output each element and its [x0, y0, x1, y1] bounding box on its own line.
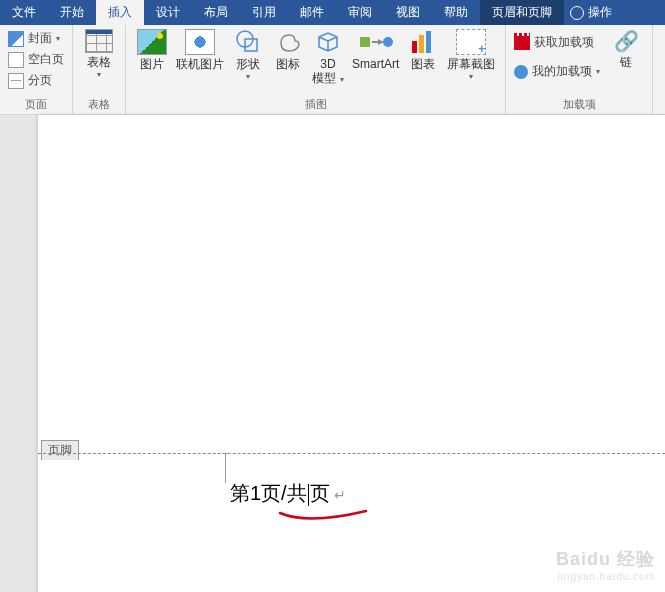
tab-design[interactable]: 设计	[144, 0, 192, 25]
shapes-icon	[235, 29, 261, 55]
watermark-main: Baidu 经验	[556, 549, 655, 569]
picture-button[interactable]: 图片	[132, 27, 172, 97]
dropdown-icon: ▾	[97, 70, 101, 79]
page-break-button[interactable]: 分页	[6, 71, 66, 90]
blank-page-label: 空白页	[28, 51, 64, 68]
screenshot-button[interactable]: 屏幕截图▾	[443, 27, 499, 97]
picture-label: 图片	[140, 57, 164, 71]
get-addins-button[interactable]: 获取加载项	[512, 33, 602, 52]
online-picture-label: 联机图片	[176, 57, 224, 71]
annotation-underline	[278, 507, 368, 525]
dropdown-icon: ▾	[56, 34, 60, 43]
tab-home[interactable]: 开始	[48, 0, 96, 25]
smartart-label: SmartArt	[352, 57, 399, 71]
link-button[interactable]: 🔗 链	[606, 27, 646, 97]
online-picture-button[interactable]: 联机图片	[172, 27, 228, 97]
footer-region-label: 页脚	[41, 440, 79, 460]
text-cursor	[308, 484, 309, 506]
icons-label: 图标	[276, 57, 300, 71]
ribbon: 封面▾ 空白页 分页 页面 表格 ▾ 表格 图片 联机图片 形状▾	[0, 25, 665, 115]
watermark: Baidu 经验 jingyan.baidu.com	[556, 547, 655, 582]
group-tables: 表格 ▾ 表格	[73, 25, 126, 114]
link-label: 链	[620, 55, 632, 69]
footer-text-after: 页	[310, 482, 330, 504]
screenshot-icon	[456, 29, 486, 55]
dropdown-icon: ▾	[246, 72, 250, 81]
svg-point-4	[383, 37, 393, 47]
3d-model-button[interactable]: 3D 模型 ▾	[308, 27, 348, 97]
tab-review[interactable]: 审阅	[336, 0, 384, 25]
online-picture-icon	[185, 29, 215, 55]
tell-me[interactable]: 操作	[564, 0, 618, 25]
footer-text-before: 第1页/共	[230, 482, 307, 504]
page-break-icon	[8, 73, 24, 89]
table-icon	[85, 29, 113, 53]
svg-rect-2	[360, 37, 370, 47]
footer-text[interactable]: 第1页/共页↵	[230, 480, 346, 507]
my-addins-button[interactable]: 我的加载项 ▾	[512, 62, 602, 81]
paragraph-mark-icon: ↵	[334, 487, 346, 503]
tab-insert[interactable]: 插入	[96, 0, 144, 25]
tab-references[interactable]: 引用	[240, 0, 288, 25]
cover-page-label: 封面	[28, 30, 52, 47]
smartart-button[interactable]: SmartArt	[348, 27, 403, 97]
dropdown-icon: ▾	[340, 75, 344, 84]
footer-boundary	[38, 453, 665, 454]
icons-icon	[275, 29, 301, 55]
icons-button[interactable]: 图标图标 _	[268, 27, 308, 97]
page-break-label: 分页	[28, 72, 52, 89]
dropdown-icon: ▾	[596, 67, 600, 76]
picture-icon	[137, 29, 167, 55]
workspace: 页脚 第1页/共页↵ Baidu 经验 jingyan.baidu.com	[0, 115, 665, 592]
chart-button[interactable]: 图表	[403, 27, 443, 97]
lightbulb-icon	[570, 6, 584, 20]
store-icon	[514, 36, 530, 50]
cover-page-icon	[8, 31, 24, 47]
gear-icon	[514, 65, 528, 79]
table-button[interactable]: 表格 ▾	[79, 27, 119, 97]
group-addins: 获取加载项 我的加载项 ▾ 🔗 链 加载项	[506, 25, 653, 114]
group-tables-label: 表格	[79, 97, 119, 114]
watermark-sub: jingyan.baidu.com	[556, 571, 655, 582]
get-addins-label: 获取加载项	[534, 34, 594, 51]
smartart-icon	[358, 29, 394, 55]
group-illustrations: 图片 联机图片 形状▾ 图标图标 _ 3D 模型 ▾ SmartArt	[126, 25, 506, 114]
chart-label: 图表	[411, 57, 435, 71]
my-addins-label: 我的加载项	[532, 63, 592, 80]
tell-me-label: 操作	[588, 4, 612, 21]
tab-help[interactable]: 帮助	[432, 0, 480, 25]
group-pages: 封面▾ 空白页 分页 页面	[0, 25, 73, 114]
ribbon-tabs: 文件 开始 插入 设计 布局 引用 邮件 审阅 视图 帮助 页眉和页脚 操作	[0, 0, 665, 25]
tab-layout[interactable]: 布局	[192, 0, 240, 25]
alignment-guide	[225, 453, 226, 483]
shapes-label: 形状	[236, 57, 260, 71]
dropdown-icon: ▾	[469, 72, 473, 81]
tab-header-footer[interactable]: 页眉和页脚	[480, 0, 564, 25]
tab-view[interactable]: 视图	[384, 0, 432, 25]
chart-icon	[410, 29, 436, 55]
group-illustrations-label: 插图	[132, 97, 499, 114]
3d-label: 3D	[320, 57, 335, 71]
tab-file[interactable]: 文件	[0, 0, 48, 25]
blank-page-icon	[8, 52, 24, 68]
link-icon: 🔗	[614, 29, 639, 53]
model-label: 模型	[312, 71, 336, 85]
tab-mailings[interactable]: 邮件	[288, 0, 336, 25]
cover-page-button[interactable]: 封面▾	[6, 29, 66, 48]
blank-page-button[interactable]: 空白页	[6, 50, 66, 69]
group-pages-label: 页面	[6, 97, 66, 114]
screenshot-label: 屏幕截图	[447, 57, 495, 71]
cube-icon	[315, 29, 341, 55]
shapes-button[interactable]: 形状▾	[228, 27, 268, 97]
table-label: 表格	[87, 55, 111, 69]
group-addins-label: 加载项	[512, 97, 646, 114]
